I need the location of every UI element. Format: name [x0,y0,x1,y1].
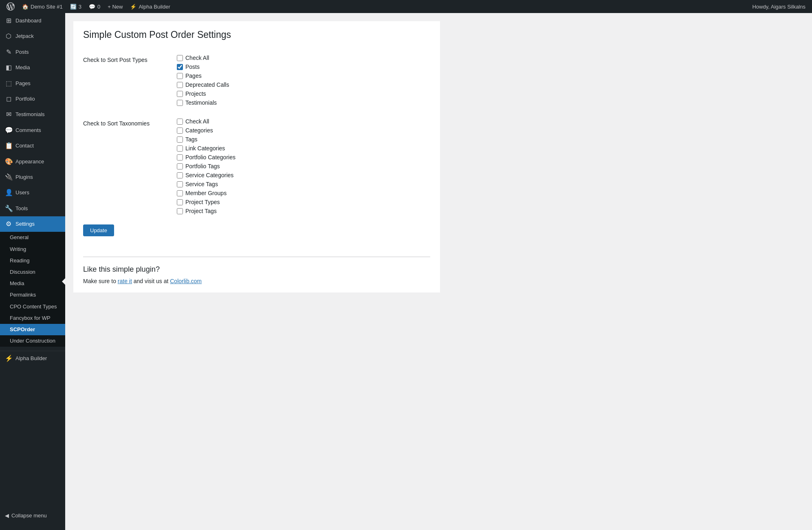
sidebar: ⊞ Dashboard ⬡ Jetpack ✎ Posts ◧ Me [0,13,65,530]
checkbox-input-check-all-tax[interactable] [177,119,183,125]
comments-button[interactable]: 💬 0 [86,0,103,13]
collapse-menu-button[interactable]: ◀ Collapse menu [0,509,65,522]
checkbox-input-member-groups[interactable] [177,190,183,196]
checkbox-input-posts[interactable] [177,64,183,70]
sidebar-item-plugins[interactable]: 🔌 Plugins [0,169,65,185]
sidebar-item-label: Contact [15,142,34,150]
checkbox-input-pages[interactable] [177,73,183,79]
sidebar-item-users[interactable]: 👤 Users [0,185,65,200]
appearance-icon: 🎨 [5,157,12,166]
submenu-item-discussion[interactable]: Discussion [0,266,65,278]
pages-icon: ⬚ [5,79,12,88]
sidebar-item-label: Jetpack [15,33,34,40]
section-divider [83,257,430,257]
media-icon: ◧ [5,63,12,72]
portfolio-icon: ◻ [5,95,12,103]
checkbox-pages[interactable]: Pages [177,73,426,79]
checkbox-projects[interactable]: Projects [177,90,426,97]
update-button[interactable]: Update [83,224,114,236]
checkbox-service-categories[interactable]: Service Categories [177,172,426,178]
checkbox-input-service-categories[interactable] [177,172,183,178]
sidebar-item-settings[interactable]: ⚙ Settings General Writing Reading Discu… [0,216,65,347]
like-heading: Like this simple plugin? [83,265,430,274]
sidebar-item-label: Comments [15,127,41,134]
sidebar-item-media[interactable]: ◧ Media [0,60,65,75]
jetpack-icon: ⬡ [5,32,12,41]
checkbox-label: Link Categories [185,145,225,152]
users-icon: 👤 [5,188,12,197]
sidebar-item-label: Testimonials [15,111,45,118]
new-content-button[interactable]: + New [104,0,126,13]
checkbox-tags[interactable]: Tags [177,136,426,143]
alpha-builder-button[interactable]: ⚡ Alpha Builder [127,0,173,13]
sidebar-item-contact[interactable]: 📋 Contact [0,138,65,154]
wp-logo-button[interactable] [3,0,18,13]
sidebar-item-posts[interactable]: ✎ Posts [0,44,65,60]
submenu-item-media[interactable]: Media [0,278,65,289]
sidebar-item-label: Dashboard [15,17,42,24]
checkbox-input-project-types[interactable] [177,199,183,205]
admin-bar: 🏠 Demo Site #1 🔄 3 💬 0 + New ⚡ Alpha Bui… [0,0,812,13]
checkbox-deprecated-calls[interactable]: Deprecated Calls [177,81,426,88]
submenu-item-reading[interactable]: Reading [0,255,65,266]
checkbox-label: Portfolio Tags [185,163,220,169]
settings-table: Check to Sort Post Types Check All [83,48,430,220]
sidebar-item-comments[interactable]: 💬 Comments [0,123,65,138]
settings-wrap: Simple Custom Post Order Settings Check … [73,21,440,292]
checkbox-label: Member Groups [185,190,227,196]
checkbox-project-types[interactable]: Project Types [177,199,426,205]
sidebar-item-label: Tools [15,205,28,212]
sidebar-item-portfolio[interactable]: ◻ Portfolio [0,91,65,107]
updates-count: 3 [79,4,81,10]
submenu-item-permalinks[interactable]: Permalinks [0,289,65,301]
checkbox-input-tags[interactable] [177,136,183,143]
submenu-item-fancybox[interactable]: Fancybox for WP [0,312,65,324]
checkbox-service-tags[interactable]: Service Tags [177,181,426,187]
checkbox-member-groups[interactable]: Member Groups [177,190,426,196]
sidebar-item-testimonials[interactable]: ✉ Testimonials [0,107,65,122]
checkbox-input-portfolio-tags[interactable] [177,163,183,169]
sidebar-item-label: Posts [15,48,29,56]
checkbox-categories[interactable]: Categories [177,127,426,134]
checkbox-label: Deprecated Calls [185,81,229,88]
submenu-item-under-construction[interactable]: Under Construction [0,335,65,347]
checkbox-label: Pages [185,73,202,79]
checkbox-input-check-all-pt[interactable] [177,55,183,61]
sidebar-item-label: Plugins [15,174,33,181]
checkbox-input-portfolio-categories[interactable] [177,154,183,161]
checkbox-input-deprecated-calls[interactable] [177,82,183,88]
checkbox-input-projects[interactable] [177,91,183,97]
sidebar-item-pages[interactable]: ⬚ Pages [0,76,65,91]
updates-button[interactable]: 🔄 3 [67,0,85,13]
taxonomies-label: Check to Sort Taxonomies [83,112,173,220]
checkbox-portfolio-categories[interactable]: Portfolio Categories [177,154,426,161]
sidebar-item-label: Users [15,189,29,196]
sidebar-item-tools[interactable]: 🔧 Tools [0,201,65,216]
submenu-item-writing[interactable]: Writing [0,244,65,255]
sidebar-item-jetpack[interactable]: ⬡ Jetpack [0,29,65,44]
submenu-item-scporder[interactable]: SCPOrder [0,324,65,335]
checkbox-testimonials[interactable]: Testimonials [177,99,426,106]
updates-icon: 🔄 [70,4,77,10]
checkbox-input-categories[interactable] [177,128,183,134]
sidebar-item-appearance[interactable]: 🎨 Appearance [0,154,65,169]
post-types-label: Check to Sort Post Types [83,48,173,112]
checkbox-input-project-tags[interactable] [177,208,183,214]
site-name-button[interactable]: 🏠 Demo Site #1 [19,0,66,13]
submenu-item-general[interactable]: General [0,232,65,243]
checkbox-input-link-categories[interactable] [177,145,183,152]
checkbox-check-all-pt[interactable]: Check All [177,55,426,61]
sidebar-item-alpha-builder[interactable]: ⚡ Alpha Builder [0,351,65,365]
sidebar-item-dashboard[interactable]: ⊞ Dashboard [0,13,65,29]
checkbox-link-categories[interactable]: Link Categories [177,145,426,152]
rate-it-link[interactable]: rate it [118,278,132,284]
colorlib-link[interactable]: Colorlib.com [170,278,202,284]
submenu-item-cpo-content-types[interactable]: CPO Content Types [0,301,65,312]
checkbox-check-all-tax[interactable]: Check All [177,118,426,125]
checkbox-posts[interactable]: Posts [177,64,426,70]
checkbox-input-testimonials[interactable] [177,100,183,106]
checkbox-project-tags[interactable]: Project Tags [177,208,426,214]
checkbox-portfolio-tags[interactable]: Portfolio Tags [177,163,426,169]
sidebar-item-label: Media [15,64,30,71]
checkbox-input-service-tags[interactable] [177,181,183,187]
